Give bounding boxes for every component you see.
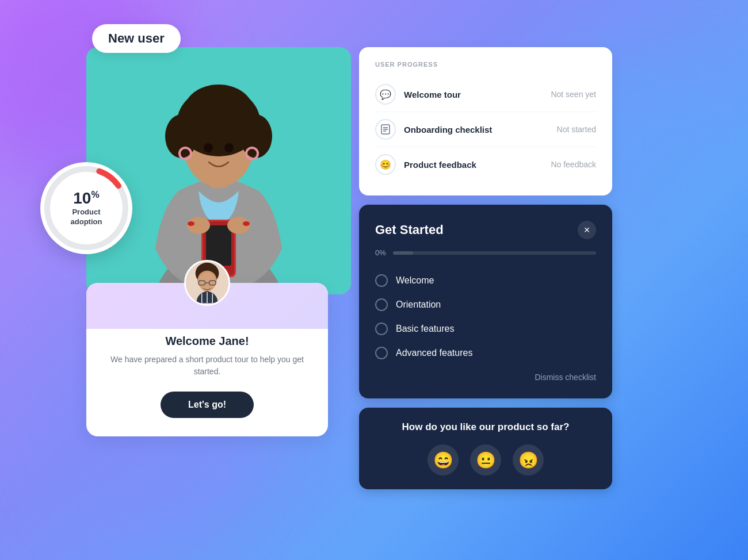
welcome-title: Welcome Jane! [105,335,310,348]
checklist-item-welcome[interactable]: Welcome [375,269,596,293]
welcome-card: Welcome Jane! We have prepared a short p… [86,283,328,436]
onboarding-status: Not started [557,125,596,134]
welcome-description: We have prepared a short product tour to… [105,354,310,378]
checklist-label-basic: Basic features [396,324,454,334]
checklist-radio-advanced[interactable] [375,347,388,359]
svg-point-9 [224,143,234,152]
angry-emoji-button[interactable]: 😠 [513,444,544,475]
get-started-card: Get Started × 0% Welcome Orientation Bas… [359,205,612,398]
checklist-radio-basic[interactable] [375,323,388,335]
neutral-emoji-button[interactable]: 😐 [470,444,501,475]
svg-point-17 [188,221,194,226]
welcome-tour-name: Welcome tour [404,90,461,99]
lets-go-button[interactable]: Let's go! [161,392,254,418]
progress-bar-fill [393,251,413,255]
checklist-radio-welcome[interactable] [375,274,388,287]
user-progress-title: USER PROGRESS [375,61,596,68]
checklist-item-orientation[interactable]: Orientation [375,293,596,317]
checklist-progress: 0% [375,248,596,257]
checklist-label-orientation: Orientation [396,300,441,310]
svg-point-7 [184,85,253,136]
checklist-label-advanced: Advanced features [396,348,472,358]
right-panel: USER PROGRESS 💬 Welcome tour Not seen ye… [359,47,612,530]
feedback-question: How do you like our product so far? [375,421,596,433]
progress-item-onboarding: Onboarding checklist Not started [375,112,596,147]
welcome-tour-status: Not seen yet [551,90,596,99]
progress-item-welcome-tour: 💬 Welcome tour Not seen yet [375,77,596,112]
onboarding-name: Onboarding checklist [404,125,492,135]
adoption-label: Productadoption [71,208,102,227]
new-user-badge: New user [92,24,181,53]
user-progress-card: USER PROGRESS 💬 Welcome tour Not seen ye… [359,47,612,195]
checklist-item-advanced[interactable]: Advanced features [375,341,596,365]
onboarding-icon [375,119,396,140]
happy-emoji-button[interactable]: 😄 [428,444,459,475]
svg-point-24 [199,273,216,291]
checklist-radio-orientation[interactable] [375,298,388,311]
dismiss-label[interactable]: Dismiss checklist [535,373,596,382]
close-button[interactable]: × [578,221,596,239]
checklist-label-welcome: Welcome [396,275,434,286]
welcome-tour-icon: 💬 [375,84,396,105]
progress-percent-label: 0% [375,248,386,257]
adoption-percent: 10% [71,189,102,208]
svg-point-18 [243,221,250,226]
get-started-title: Get Started [375,223,444,237]
checklist-item-basic[interactable]: Basic features [375,317,596,341]
avatar [184,260,230,306]
progress-item-feedback: 😊 Product feedback No feedback [375,147,596,182]
adoption-circle: 10% Productadoption [40,162,132,254]
dismiss-link[interactable]: Dismiss checklist [375,365,596,382]
feedback-icon: 😊 [375,154,396,175]
feedback-status: No feedback [551,160,596,169]
left-panel: 10% Productadoption [58,47,345,530]
emoji-row: 😄 😐 😠 [375,444,596,475]
feedback-card: How do you like our product so far? 😄 😐 … [359,408,612,489]
progress-bar [393,251,596,255]
svg-point-8 [204,143,213,152]
feedback-name: Product feedback [404,160,476,170]
